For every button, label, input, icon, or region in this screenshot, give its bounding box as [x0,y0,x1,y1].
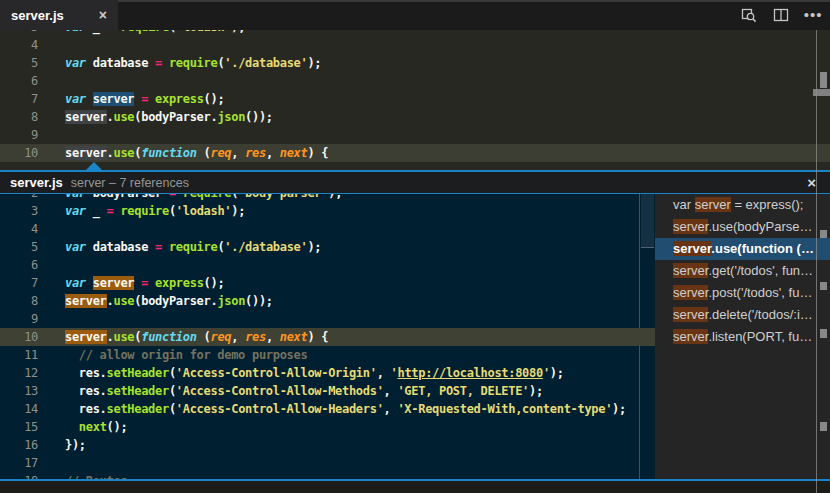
reference-item[interactable]: server.get('/todos', function (req, res)… [655,260,830,282]
line-number: 5 [0,238,38,256]
line-number: 7 [0,274,38,292]
tab-server-js[interactable]: server.js × [0,0,118,30]
overview-scrollbar-slider[interactable] [813,89,830,96]
line-number: 8 [0,108,38,126]
reference-item[interactable]: server.use(bodyParser.json()); [655,216,830,238]
match-highlight: server [673,241,711,256]
code-line[interactable]: 18// Routes [0,472,655,479]
code-line[interactable]: 3var _ = require('lodash'); [0,202,655,220]
code-line[interactable]: 12 res.setHeader('Access-Control-Allow-O… [0,364,655,382]
overview-marker [820,230,827,238]
line-number: 17 [0,454,38,472]
editor-below-peek [0,481,830,493]
code-line[interactable]: 16}); [0,436,655,454]
code-line[interactable]: 11 // allow origin for demo purposes [0,346,655,364]
code-line[interactable]: 4 [0,220,655,238]
code-line[interactable]: 9 [0,310,655,328]
reference-text: .listen(PORT, function () { [708,329,830,344]
code-line[interactable]: 4 [0,36,830,54]
line-number: 15 [0,418,38,436]
code-line[interactable]: 15 next(); [0,418,655,436]
more-actions-icon[interactable]: ••• [804,6,822,24]
line-number: 10 [0,328,38,346]
reference-item[interactable]: server.delete('/todos/:id', function (re… [655,304,830,326]
code-line[interactable]: 13 res.setHeader('Access-Control-Allow-M… [0,382,655,400]
match-highlight: server [673,285,708,300]
overview-marker [820,72,827,88]
match-highlight: server [673,219,708,234]
line-number: 3 [0,202,38,220]
code-line[interactable]: 8server.use(bodyParser.json()); [0,108,830,126]
line-number: 2 [0,194,38,202]
line-number: 7 [0,90,38,108]
tab-bar: server.js × ••• [0,0,830,30]
code-line[interactable]: 17 [0,454,655,472]
code-line[interactable]: 9 [0,126,830,144]
line-number: 4 [0,220,38,238]
references-list[interactable]: var server = express();server.use(bodyPa… [655,194,830,479]
close-tab-icon[interactable]: × [99,8,107,22]
code-line[interactable]: 6 [0,256,655,274]
open-preview-icon[interactable] [740,6,758,24]
code-line[interactable]: 2var bodyParser = require('body-parser')… [0,194,655,202]
peek-header: server.js server – 7 references × [0,172,830,193]
reference-text: .use(function (req, res, next) { [711,241,830,256]
match-highlight: server [673,329,708,344]
editor-actions: ••• [740,0,822,30]
peek-title-filename: server.js [10,175,63,190]
peek-body: 2var bodyParser = require('body-parser')… [0,194,830,479]
reference-text: .delete('/todos/:id', function (req, res… [708,307,830,322]
overview-ruler[interactable] [816,30,830,493]
reference-text: .use(bodyParser.json()); [708,219,830,234]
peek-arrow [86,162,102,170]
line-number: 5 [0,54,38,72]
overview-marker [820,282,827,290]
overview-marker [820,422,827,431]
line-number: 10 [0,144,38,162]
reference-text: = express(); [731,197,804,212]
code-line[interactable]: 10server.use(function (req, res, next) { [0,144,830,162]
code-line[interactable]: 8server.use(bodyParser.json()); [0,292,655,310]
reference-item[interactable]: server.use(function (req, res, next) { [655,238,830,260]
reference-text: var [673,197,695,212]
reference-item[interactable]: server.post('/todos', function (req, res… [655,282,830,304]
line-number: 4 [0,36,38,54]
tab-label: server.js [11,8,64,23]
code-line[interactable]: 5var database = require('./database'); [0,54,830,72]
overview-marker [820,329,827,338]
line-number: 12 [0,364,38,382]
code-line[interactable]: 10server.use(function (req, res, next) { [0,328,655,346]
reference-text: .post('/todos', function (req, res) { [708,285,830,300]
close-peek-icon[interactable]: × [807,174,816,191]
match-highlight: server [65,330,107,344]
reference-item[interactable]: var server = express(); [655,194,830,216]
peek-editor[interactable]: 2var bodyParser = require('body-parser')… [0,194,655,479]
code-line[interactable]: 7var server = express(); [0,90,830,108]
match-highlight: server [65,294,107,308]
line-number: 6 [0,256,38,274]
line-number: 6 [0,72,38,90]
split-editor-icon[interactable] [772,6,790,24]
match-highlight: server [65,146,107,160]
reference-text: .get('/todos', function (req, res) { [708,263,830,278]
code-line[interactable]: 7var server = express(); [0,274,655,292]
line-number: 9 [0,310,38,328]
line-number: 18 [0,472,38,479]
line-number: 14 [0,400,38,418]
peek-editor-scrollbar[interactable] [641,194,654,248]
match-highlight: server [65,110,107,124]
match-highlight: server [673,263,708,278]
vscode-window: server.js × ••• 3var _ = require('lodash [0,0,830,493]
code-line[interactable]: 6 [0,72,830,90]
code-line[interactable]: 14 res.setHeader('Access-Control-Allow-H… [0,400,655,418]
code-line[interactable]: 5var database = require('./database'); [0,238,655,256]
match-highlight: server [93,276,135,290]
line-number: 8 [0,292,38,310]
line-number: 11 [0,346,38,364]
match-highlight: server [93,92,135,106]
main-editor[interactable]: 3var _ = require('lodash');45var databas… [0,30,830,170]
line-number: 13 [0,382,38,400]
reference-item[interactable]: server.listen(PORT, function () { [655,326,830,348]
peek-widget: server.js server – 7 references × 2var b… [0,170,830,481]
line-number: 9 [0,126,38,144]
